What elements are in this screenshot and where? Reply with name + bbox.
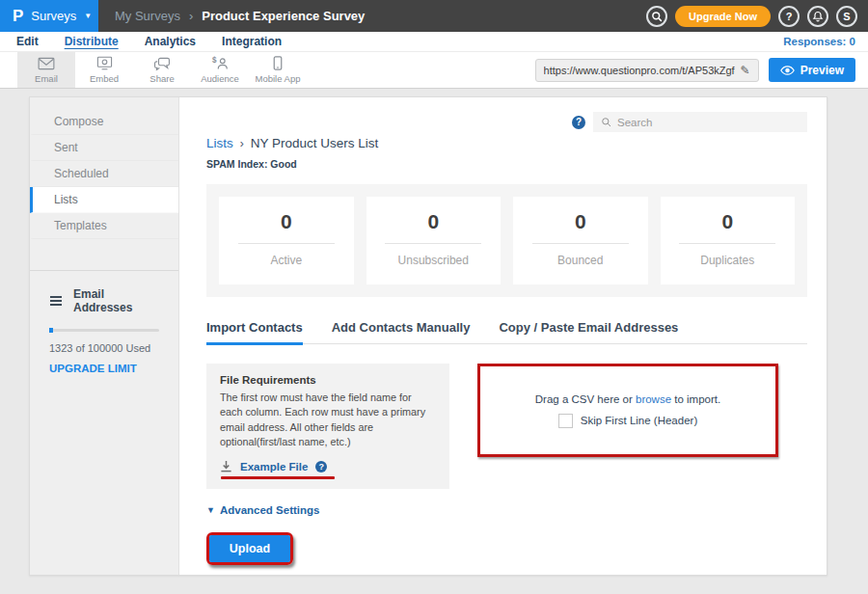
annotation-red-underline xyxy=(221,476,335,479)
mobile-app-icon xyxy=(273,56,283,70)
share-icon xyxy=(153,57,171,70)
stat-divider xyxy=(385,243,481,244)
email-icon xyxy=(38,57,55,70)
breadcrumb-list-name: NY Product Users List xyxy=(251,136,379,150)
channel-share[interactable]: Share xyxy=(133,52,191,88)
email-usage-text: 1323 of 100000 Used xyxy=(49,342,159,354)
channel-embed[interactable]: Embed xyxy=(75,52,133,88)
channel-label: Email xyxy=(35,73,58,84)
csv-dropzone[interactable]: Drag a CSV here or browse to import. Ski… xyxy=(477,364,778,457)
email-sidebar: Compose Sent Scheduled Lists Templates E… xyxy=(30,97,179,575)
breadcrumb-survey-title: Product Experience Survey xyxy=(202,9,365,23)
stat-label: Bounced xyxy=(513,254,648,267)
help-icon[interactable]: ? xyxy=(315,461,327,472)
breadcrumb-separator: › xyxy=(189,9,193,23)
tab-copy-paste-email-addresses[interactable]: Copy / Paste Email Addresses xyxy=(499,320,678,343)
dropzone-instruction: Drag a CSV here or browse to import. xyxy=(535,393,720,405)
sidebar-item-compose[interactable]: Compose xyxy=(30,109,178,135)
example-file-link[interactable]: Example File xyxy=(240,461,308,472)
caret-down-icon: ▼ xyxy=(206,505,215,515)
tab-edit[interactable]: Edit xyxy=(16,35,39,48)
email-usage-progressbar xyxy=(49,329,159,332)
stat-card-unsubscribed: 0 Unsubscribed xyxy=(366,197,502,284)
list-stats: 0 Active 0 Unsubscribed 0 Bounced 0 Dupl… xyxy=(206,184,807,297)
survey-url-box: ✎ xyxy=(535,59,759,82)
browse-link[interactable]: browse xyxy=(636,393,671,405)
embed-icon xyxy=(96,56,113,70)
drag-text-post: to import. xyxy=(671,393,720,405)
contacts-tabs: Import Contacts Add Contacts Manually Co… xyxy=(206,320,807,344)
stat-card-bounced: 0 Bounced xyxy=(513,197,648,284)
survey-menubar: Edit Distribute Analytics Integration Re… xyxy=(0,32,868,52)
download-icon xyxy=(220,460,232,472)
channel-label: Embed xyxy=(90,73,119,84)
eye-icon xyxy=(780,66,795,75)
help-icon[interactable]: ? xyxy=(572,116,585,129)
audience-icon: $ xyxy=(211,56,230,70)
spam-index: SPAM Index: Good xyxy=(206,158,807,170)
sidebar-item-scheduled[interactable]: Scheduled xyxy=(30,161,178,187)
channel-label: Mobile App xyxy=(255,73,300,84)
edit-url-pencil-icon[interactable]: ✎ xyxy=(741,64,750,77)
tab-analytics[interactable]: Analytics xyxy=(145,35,196,48)
stat-divider xyxy=(679,243,775,244)
chevron-down-icon: ▼ xyxy=(84,13,92,20)
file-requirements-body: The first row must have the field name f… xyxy=(220,391,436,449)
tab-distribute[interactable]: Distribute xyxy=(65,35,119,48)
preview-button[interactable]: Preview xyxy=(769,58,855,82)
stat-value: 0 xyxy=(661,210,796,233)
stat-label: Unsubscribed xyxy=(366,254,502,267)
sidebar-item-sent[interactable]: Sent xyxy=(30,135,178,161)
breadcrumb-my-surveys[interactable]: My Surveys xyxy=(115,9,180,23)
channel-audience[interactable]: $ Audience xyxy=(191,52,249,88)
skip-first-line-checkbox[interactable] xyxy=(558,414,573,428)
breadcrumb-separator: › xyxy=(240,137,244,150)
content-panel: Compose Sent Scheduled Lists Templates E… xyxy=(29,96,827,576)
list-detail-main: ? Lists › NY Product Users List SPAM Ind… xyxy=(179,97,827,575)
tab-integration[interactable]: Integration xyxy=(222,35,282,48)
topbar-actions: Upgrade Now ? S xyxy=(646,0,868,32)
breadcrumb: My Surveys › Product Experience Survey xyxy=(98,0,646,32)
annotation-red-box: Upload xyxy=(206,532,293,565)
file-requirements-title: File Requirements xyxy=(220,374,436,386)
sidebar-item-templates[interactable]: Templates xyxy=(30,213,178,239)
stat-card-active: 0 Active xyxy=(219,197,354,284)
upload-button[interactable]: Upload xyxy=(209,535,290,562)
file-requirements-box: File Requirements The first row must hav… xyxy=(206,364,449,489)
search-input[interactable] xyxy=(617,117,800,128)
upgrade-limit-link[interactable]: UPGRADE LIMIT xyxy=(49,363,159,374)
product-switcher[interactable]: P Surveys ▼ xyxy=(0,0,98,32)
advanced-settings-toggle[interactable]: ▼ Advanced Settings xyxy=(206,504,807,516)
distribute-toolbar: Email Embed Share $ Audience Mobile App … xyxy=(0,52,868,89)
preview-label: Preview xyxy=(800,64,844,77)
sidebar-item-lists[interactable]: Lists xyxy=(30,187,178,213)
search-icon xyxy=(601,117,611,127)
stat-divider xyxy=(238,243,335,244)
notifications-bell-icon[interactable] xyxy=(807,6,828,27)
tab-add-contacts-manually[interactable]: Add Contacts Manually xyxy=(332,320,471,343)
stat-divider xyxy=(532,243,629,244)
email-usage-progress-fill xyxy=(49,328,53,333)
spam-index-value: Good xyxy=(267,158,296,170)
product-label: Surveys xyxy=(31,9,76,23)
responses-count[interactable]: Responses: 0 xyxy=(783,36,855,47)
spam-index-label: SPAM Index: xyxy=(206,158,267,170)
channel-email[interactable]: Email xyxy=(17,52,75,88)
tab-import-contacts[interactable]: Import Contacts xyxy=(206,320,303,343)
channel-label: Share xyxy=(149,73,174,84)
stat-label: Active xyxy=(219,254,354,267)
help-icon[interactable]: ? xyxy=(778,6,800,27)
stat-label: Duplicates xyxy=(661,254,796,267)
search-icon[interactable] xyxy=(646,6,667,27)
stat-value: 0 xyxy=(219,210,354,233)
skip-first-line-label: Skip First Line (Header) xyxy=(581,415,697,426)
upgrade-now-button[interactable]: Upgrade Now xyxy=(675,6,771,27)
email-addresses-title: Email Addresses xyxy=(73,287,159,314)
survey-url-input[interactable] xyxy=(544,65,735,76)
breadcrumb-lists-link[interactable]: Lists xyxy=(206,136,233,150)
stat-card-duplicates: 0 Duplicates xyxy=(661,197,796,284)
email-addresses-block: Email Addresses 1323 of 100000 Used UPGR… xyxy=(30,271,178,391)
channel-mobile-app[interactable]: Mobile App xyxy=(249,52,307,88)
user-avatar[interactable]: S xyxy=(836,6,857,27)
list-icon xyxy=(49,295,63,307)
